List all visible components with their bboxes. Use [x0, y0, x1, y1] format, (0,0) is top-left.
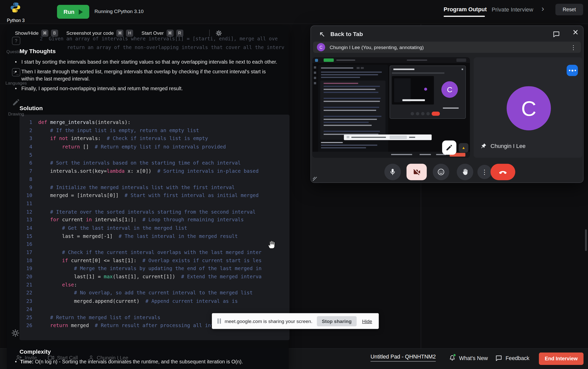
- run-button-label: Run: [63, 9, 74, 15]
- mini-shape: [421, 112, 424, 115]
- back-to-tab-label: Back to Tab: [330, 31, 363, 37]
- annotate-button[interactable]: [442, 141, 456, 155]
- reactions-button[interactable]: [433, 164, 449, 180]
- stage: Python 3 Run Running CPython 3.10 Progra…: [0, 0, 588, 369]
- participant-tile[interactable]: C Chungin I Lee: [474, 57, 582, 158]
- run-button[interactable]: Run: [57, 5, 89, 19]
- mini-shape: [321, 147, 366, 148]
- code-line: 11: [19, 201, 289, 209]
- code-text: def merge_intervals(intervals):: [38, 120, 130, 128]
- stop-sharing-button[interactable]: Stop sharing: [317, 316, 357, 326]
- line-number: 19: [19, 266, 38, 274]
- code-text: else:: [38, 282, 77, 290]
- invite-label: Invite: [25, 355, 37, 361]
- reset-button[interactable]: Reset: [556, 4, 583, 15]
- code-text: # If the input list is empty, return an …: [38, 128, 199, 136]
- code-line: 15 last = merged[-1] # The last interval…: [19, 233, 289, 241]
- code-text: return merged # Return result after proc…: [38, 323, 232, 331]
- whats-new-label: What's New: [459, 355, 488, 361]
- mini-shape: [456, 59, 466, 62]
- thought-text: I start by sorting the intervals based o…: [21, 59, 277, 66]
- pin-icon: [480, 143, 487, 149]
- resize-handle-icon[interactable]: [312, 176, 318, 183]
- line-number: 22: [19, 290, 38, 298]
- raise-hand-button[interactable]: [457, 164, 473, 180]
- add-person-icon: [15, 354, 23, 361]
- tab-program-output[interactable]: Program Output: [444, 6, 487, 12]
- annotation-expand-button[interactable]: ▲: [459, 143, 468, 153]
- mic-button[interactable]: [384, 164, 401, 180]
- mini-shape: [321, 74, 378, 75]
- question-text-line: Given an array of intervals where interv…: [49, 36, 278, 42]
- runtime-status: Running CPython 3.10: [94, 9, 144, 14]
- line-number: 9: [19, 184, 38, 193]
- settings-button[interactable]: [11, 329, 19, 339]
- close-icon: ×: [573, 27, 578, 38]
- code-line: 19 # Merge the intervals by updating the…: [19, 266, 289, 274]
- language-selector-label[interactable]: Python 3: [2, 18, 30, 23]
- mini-shape: [416, 112, 419, 115]
- whats-new-button[interactable]: What's New: [449, 354, 488, 362]
- mini-shape: [321, 67, 353, 68]
- kebab-menu-icon[interactable]: ⋮: [570, 44, 576, 51]
- pause-icon: [217, 318, 221, 324]
- pad-title-field[interactable]: Untitled Pad - QHNHTNM2: [371, 354, 436, 362]
- solution-title: Solution: [19, 105, 43, 111]
- sidebar-item-languages[interactable]: >_: [12, 68, 20, 76]
- mini-code-line: [324, 122, 369, 123]
- close-button[interactable]: ×: [573, 27, 578, 38]
- mini-shape: [409, 137, 415, 138]
- kebab-icon: ⋮: [481, 168, 488, 176]
- mini-shape: [347, 136, 348, 138]
- chevron-right-icon[interactable]: ›: [541, 4, 544, 13]
- current-user-chip[interactable]: Chungin I Lee: [88, 354, 128, 361]
- screen: Python 3 Run Running CPython 3.10 Progra…: [0, 0, 588, 369]
- code-line: 8: [19, 176, 289, 184]
- mini-shape: [351, 137, 386, 138]
- mini-code-line: [324, 86, 380, 87]
- annotate-pen-icon: [445, 144, 453, 151]
- code-line: 12 # Iterate over the sorted intervals s…: [19, 209, 289, 217]
- code-text: # Return the merged list of intervals: [38, 315, 160, 323]
- end-interview-button[interactable]: End Interview: [539, 353, 583, 365]
- gear-icon[interactable]: [216, 30, 222, 36]
- invite-button[interactable]: Invite: [15, 354, 37, 361]
- sidebar-item-questions[interactable]: ?: [12, 37, 20, 45]
- key-chip: B: [51, 29, 58, 37]
- shortcut-label: Start Over: [141, 30, 164, 36]
- screen-share-tile[interactable]: C ▲: [312, 57, 470, 158]
- scrollbar-thumb[interactable]: [585, 229, 587, 251]
- feedback-button[interactable]: Feedback: [495, 354, 529, 362]
- hide-banner-link[interactable]: Hide: [362, 318, 372, 324]
- code-line: 20 last[1] = max(last[1], current[1]) # …: [19, 274, 289, 282]
- code-line: 9 # Initialize the merged intervals list…: [19, 184, 289, 193]
- code-text: # Iterate over the sorted intervals star…: [38, 209, 255, 217]
- sidebar-label-drawing: Drawing: [0, 112, 32, 116]
- code-line: 4 return [] # Return empty list if no in…: [19, 144, 289, 152]
- back-to-tab-button[interactable]: Back to Tab: [318, 30, 363, 39]
- shortcut-start-over[interactable]: Start Over⌘R: [141, 29, 183, 37]
- leave-call-button[interactable]: [491, 164, 515, 180]
- code-text: if current[0] <= last[1]: # Overlap exis…: [38, 258, 262, 266]
- mini-shape: [390, 136, 407, 139]
- bullet-glyph: •: [15, 85, 18, 92]
- start-call-button[interactable]: Start Call: [47, 354, 78, 361]
- mini-shape: [336, 60, 355, 61]
- camera-button[interactable]: [407, 164, 427, 180]
- code-line: 14 # Get the last interval in the merged…: [19, 225, 289, 233]
- line-number: 4: [19, 144, 38, 152]
- line-number: 16: [19, 241, 38, 250]
- shortcut-show-hide[interactable]: Show/Hide⌘B: [15, 29, 58, 37]
- shortcut-screenshot-your-code[interactable]: Screenshot your code⌘H: [66, 29, 133, 37]
- code-text: merged = [intervals[0]] # Start with fir…: [38, 193, 258, 201]
- question-panel-icon: ?: [12, 37, 20, 45]
- tab-private-interview[interactable]: Private Interview: [492, 6, 533, 13]
- mini-shape: [426, 112, 430, 115]
- person-icon: [88, 354, 94, 361]
- chat-button[interactable]: [552, 30, 561, 39]
- sidebar-item-drawing[interactable]: [12, 98, 20, 108]
- more-options-button[interactable]: ⋮: [477, 165, 492, 179]
- triangle-up-icon: ▲: [462, 146, 465, 150]
- mini-shape: [424, 88, 427, 91]
- line-number: 21: [19, 282, 38, 290]
